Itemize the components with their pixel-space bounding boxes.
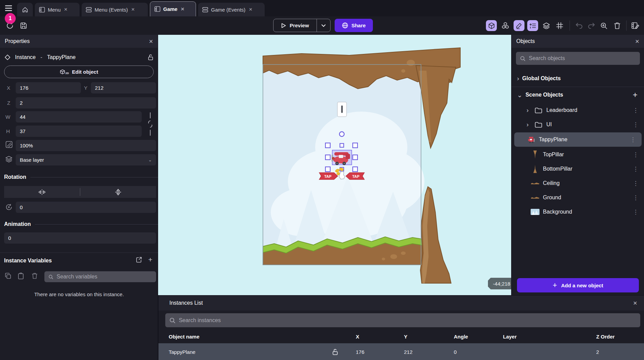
scene-objects-section[interactable]: ⌄ Scene Objects + <box>512 89 644 101</box>
h-field[interactable] <box>16 126 142 137</box>
tab-menu[interactable]: Menu × <box>35 3 80 16</box>
plus-icon: + <box>552 281 557 290</box>
object-item-background[interactable]: Background ⋮ <box>512 205 644 219</box>
bottom-pillar[interactable] <box>420 187 451 283</box>
kebab-menu-icon[interactable]: ⋮ <box>627 151 644 158</box>
layer-select[interactable]: ⌄ <box>16 154 156 165</box>
instances-list-panel: Instances List × Object name X Y Angle L… <box>158 295 644 360</box>
kebab-menu-icon[interactable]: ⋮ <box>627 180 644 187</box>
tab-game-events[interactable]: Game (Events) × <box>198 3 265 16</box>
layers-icon[interactable] <box>541 20 552 31</box>
open-in-editor-icon[interactable] <box>136 257 142 263</box>
z-field[interactable] <box>16 97 156 109</box>
kebab-menu-icon[interactable]: ⋮ <box>627 194 644 201</box>
search-objects-box[interactable] <box>516 52 640 65</box>
terrain-strip-thumbnail-icon <box>531 196 540 199</box>
copy-icon[interactable] <box>5 273 11 279</box>
undo-icon[interactable] <box>574 20 585 31</box>
add-variable-icon[interactable]: + <box>148 257 152 263</box>
search-variables-box[interactable] <box>44 271 156 282</box>
column-z-order[interactable]: Z Order <box>588 334 644 340</box>
kebab-menu-icon[interactable]: ⋮ <box>625 136 642 143</box>
x-field[interactable] <box>16 82 81 93</box>
instance-x-cell: 176 <box>346 349 396 355</box>
edit-mode-pencil-icon[interactable] <box>514 20 524 31</box>
y-field[interactable] <box>91 82 156 93</box>
redo-icon[interactable] <box>586 20 597 31</box>
flip-vertical-button[interactable] <box>80 186 156 198</box>
preview-button[interactable]: Preview <box>274 19 317 32</box>
svg-text:TAP: TAP <box>324 174 331 178</box>
divider <box>0 253 158 253</box>
object-item-toppillar[interactable]: TopPillar ⋮ <box>512 147 644 162</box>
add-object-icon[interactable]: + <box>633 90 639 100</box>
object-item-tappyplane[interactable]: TappyPlane ⋮ <box>514 132 642 147</box>
opacity-field[interactable] <box>16 140 156 151</box>
objects-panel: Objects × › Global Objects ⌄ Scene Objec… <box>511 35 644 295</box>
search-objects-input[interactable] <box>529 55 636 61</box>
instance-row-tappyplane[interactable]: TappyPlane 176 212 0 2 <box>158 343 644 360</box>
share-button[interactable]: Share <box>335 19 373 32</box>
close-icon[interactable]: × <box>633 300 637 306</box>
tab-label: Game (Events) <box>211 7 246 13</box>
close-icon[interactable]: × <box>635 38 639 45</box>
grid-icon[interactable] <box>554 20 565 31</box>
tab-menu-events[interactable]: Menu (Events) × <box>82 3 148 16</box>
edit-scene-events-icon[interactable] <box>630 20 641 31</box>
rotation-handle[interactable] <box>339 132 344 136</box>
plane-sprite[interactable] <box>332 150 352 165</box>
column-angle[interactable]: Angle <box>446 334 495 340</box>
animation-field[interactable] <box>4 232 156 244</box>
scene-editor-canvas[interactable]: TAP TAP -44;218 <box>158 35 511 295</box>
object-item-ground[interactable]: Ground ⋮ <box>512 190 644 205</box>
trash-icon[interactable] <box>612 20 622 31</box>
zoom-in-icon[interactable] <box>598 20 609 31</box>
search-instances-box[interactable] <box>165 313 640 327</box>
paste-icon[interactable] <box>18 273 24 279</box>
rotation-field[interactable] <box>16 202 156 213</box>
kebab-menu-icon[interactable]: ⋮ <box>627 208 644 216</box>
kebab-menu-icon[interactable]: ⋮ <box>627 121 644 128</box>
object-item-bottompillar[interactable]: BottomPillar ⋮ <box>512 162 644 176</box>
instance-properties-icon[interactable] <box>527 20 538 31</box>
tab-home[interactable] <box>17 3 33 16</box>
w-field[interactable] <box>16 111 142 123</box>
column-x[interactable]: X <box>346 334 396 340</box>
object-item-ceiling[interactable]: Ceiling ⋮ <box>512 176 644 190</box>
kebab-menu-icon[interactable]: ⋮ <box>627 107 644 114</box>
top-pillar[interactable] <box>416 66 456 148</box>
flip-horizontal-button[interactable] <box>4 186 80 198</box>
animation-section-title: Animation <box>4 221 31 227</box>
objects-blocks-icon[interactable] <box>500 20 511 31</box>
add-new-object-button[interactable]: + Add a new object <box>517 278 639 292</box>
close-icon[interactable]: × <box>149 38 153 45</box>
hamburger-menu-icon[interactable] <box>3 3 14 13</box>
chevron-right-icon: › <box>527 121 531 128</box>
global-objects-section[interactable]: › Global Objects <box>512 72 644 85</box>
delete-variable-icon[interactable] <box>32 273 38 279</box>
tab-game[interactable]: Game × <box>150 1 196 16</box>
unlock-icon[interactable] <box>148 54 153 60</box>
close-icon[interactable]: × <box>131 6 136 13</box>
column-object-name[interactable]: Object name <box>158 334 346 340</box>
close-icon[interactable]: × <box>180 6 185 13</box>
object-item-ui[interactable]: › UI ⋮ <box>512 117 644 132</box>
lock-ratio-toggle[interactable] <box>146 111 155 137</box>
preview-options-button[interactable] <box>317 19 330 32</box>
column-layer[interactable]: Layer <box>495 334 588 340</box>
unlock-icon[interactable] <box>324 349 346 355</box>
search-variables-input[interactable] <box>57 274 152 280</box>
instance-name: TappyPlane <box>47 54 76 60</box>
close-icon[interactable]: × <box>64 6 68 13</box>
save-icon[interactable] <box>18 20 29 31</box>
chevron-down-icon <box>321 24 326 27</box>
kebab-menu-icon[interactable]: ⋮ <box>627 165 644 173</box>
search-instances-input[interactable] <box>179 317 636 323</box>
instance-diamond-icon <box>5 55 10 60</box>
pause-button-sprite[interactable] <box>337 102 347 117</box>
object-item-leaderboard[interactable]: › Leaderboard ⋮ <box>512 103 644 117</box>
column-y[interactable]: Y <box>396 334 446 340</box>
edit-object-button[interactable]: 2D Edit object <box>4 66 154 78</box>
toggle-3d-view-icon[interactable] <box>486 20 497 31</box>
close-icon[interactable]: × <box>248 6 253 13</box>
